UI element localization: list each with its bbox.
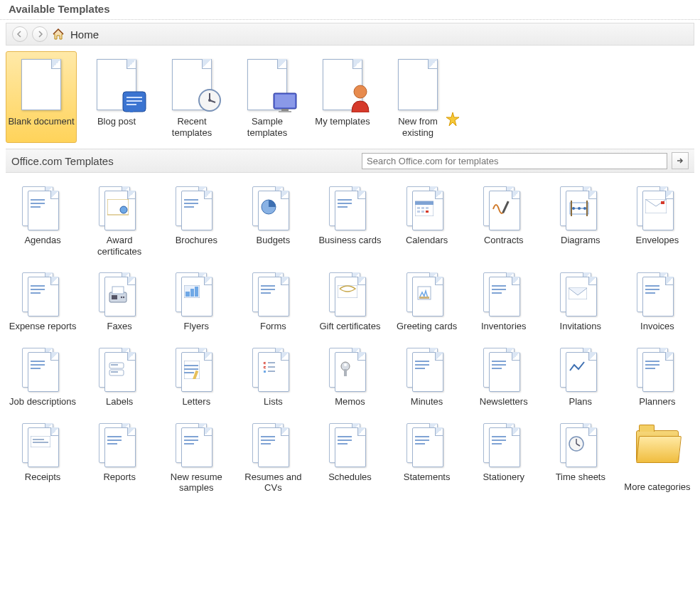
my-templates-overlay-icon — [348, 84, 372, 115]
svg-rect-39 — [571, 201, 572, 216]
category-labels[interactable]: Labels — [82, 340, 156, 412]
category-invitations[interactable]: Invitations — [544, 265, 618, 337]
category-invoices[interactable]: Invoices — [620, 265, 694, 337]
category-label: More categories — [623, 481, 692, 493]
categories-grid: AgendasAward certificatesBrochuresBudget… — [0, 173, 700, 504]
svg-rect-56 — [261, 289, 275, 290]
search-go-button[interactable] — [672, 152, 689, 169]
template-icon — [389, 56, 446, 113]
category-greeting-cards[interactable]: Greeting cards — [390, 265, 464, 337]
nav-back-button[interactable] — [12, 26, 28, 42]
svg-rect-78 — [184, 372, 194, 373]
category-contracts[interactable]: Contracts — [467, 179, 541, 262]
template-blog-post[interactable]: Blog post — [81, 51, 152, 143]
category-faxes[interactable]: Faxes — [82, 265, 156, 337]
document-stack-icon — [479, 345, 529, 395]
category-more-categories[interactable]: More categories — [620, 415, 694, 499]
category-label: Time sheets — [546, 472, 615, 483]
category-letters[interactable]: Letters — [159, 340, 233, 412]
category-newsletters[interactable]: Newsletters — [467, 340, 541, 412]
category-schedules[interactable]: Schedules — [313, 415, 387, 499]
svg-rect-95 — [645, 361, 659, 362]
category-agendas[interactable]: Agendas — [6, 179, 80, 262]
document-stack-icon — [632, 270, 682, 319]
category-gift-certificates[interactable]: Gift certificates — [313, 265, 387, 337]
category-lists[interactable]: Lists — [236, 340, 310, 412]
category-budgets[interactable]: Budgets — [236, 179, 310, 262]
breadcrumb-home[interactable]: Home — [70, 28, 99, 41]
category-business-cards[interactable]: Business cards — [313, 179, 387, 262]
category-memos[interactable]: Memos — [313, 340, 387, 412]
category-label: Greeting cards — [392, 321, 462, 332]
nav-forward-button[interactable] — [32, 26, 48, 42]
gift-certificates-deco-icon — [338, 285, 357, 300]
svg-rect-53 — [190, 289, 194, 297]
category-label: Forms — [238, 321, 308, 332]
svg-rect-97 — [645, 368, 655, 369]
search-input[interactable] — [362, 153, 667, 169]
category-receipts[interactable]: Receipts — [6, 415, 80, 499]
category-new-resume-samples[interactable]: New resume samples — [159, 415, 233, 499]
document-stack-icon — [325, 345, 375, 395]
svg-rect-27 — [417, 207, 420, 209]
category-minutes[interactable]: Minutes — [390, 340, 464, 412]
category-brochures[interactable]: Brochures — [159, 179, 233, 262]
category-expense-reports[interactable]: Expense reports — [6, 265, 80, 337]
category-plans[interactable]: Plans — [544, 340, 618, 412]
category-time-sheets[interactable]: Time sheets — [544, 415, 618, 499]
category-label: Schedules — [315, 472, 384, 483]
category-inventories[interactable]: Inventories — [467, 265, 541, 337]
category-job-descriptions[interactable]: Job descriptions — [6, 340, 80, 412]
document-stack-icon — [18, 270, 68, 319]
category-calendars[interactable]: Calendars — [390, 179, 464, 262]
category-forms[interactable]: Forms — [236, 265, 310, 337]
category-diagrams[interactable]: Diagrams — [544, 179, 618, 262]
template-sample[interactable]: Sample templates — [232, 51, 303, 143]
category-label: Invitations — [546, 321, 615, 332]
category-award-certificates[interactable]: Award certificates — [82, 179, 156, 262]
home-icon[interactable] — [52, 28, 65, 41]
document-stack-icon — [248, 420, 298, 470]
svg-rect-52 — [185, 292, 190, 297]
svg-point-88 — [344, 363, 347, 366]
document-stack-icon — [95, 420, 144, 470]
svg-rect-55 — [261, 285, 275, 287]
top-templates-row: Blank documentBlog postRecent templatesS… — [0, 51, 700, 149]
category-label: Stationery — [469, 472, 539, 483]
statements-deco-icon — [415, 436, 431, 449]
category-planners[interactable]: Planners — [620, 340, 694, 412]
svg-rect-118 — [492, 443, 502, 444]
brochures-deco-icon — [184, 199, 200, 213]
category-reports[interactable]: Reports — [82, 415, 156, 499]
template-icon — [239, 56, 296, 113]
svg-rect-77 — [184, 368, 198, 370]
category-label: Brochures — [161, 235, 231, 246]
template-my-templates[interactable]: My templates — [307, 51, 378, 143]
category-envelopes[interactable]: Envelopes — [620, 179, 694, 262]
svg-rect-29 — [426, 207, 429, 209]
category-label: Lists — [238, 396, 308, 408]
category-stationery[interactable]: Stationery — [467, 415, 541, 499]
document-stack-icon — [248, 270, 298, 319]
category-resumes-cvs[interactable]: Resumes and CVs — [236, 415, 310, 499]
document-stack-icon — [248, 183, 298, 233]
flyers-deco-icon — [184, 285, 200, 300]
folder-icon — [636, 430, 679, 462]
template-new-from-existing[interactable]: New from existing — [382, 51, 453, 143]
resumes-cvs-deco-icon — [261, 436, 276, 449]
category-label: Job descriptions — [8, 396, 77, 408]
svg-rect-111 — [338, 440, 352, 441]
template-recent[interactable]: Recent templates — [156, 51, 227, 143]
svg-rect-32 — [426, 211, 429, 213]
svg-rect-9 — [275, 95, 295, 107]
category-label: Expense reports — [8, 321, 77, 332]
svg-rect-40 — [586, 201, 588, 216]
award-certificates-deco-icon — [107, 199, 129, 218]
svg-rect-100 — [33, 442, 48, 443]
category-statements[interactable]: Statements — [390, 415, 464, 499]
svg-rect-107 — [261, 436, 275, 437]
svg-rect-54 — [195, 287, 198, 297]
template-blank-document[interactable]: Blank document — [6, 51, 77, 143]
category-flyers[interactable]: Flyers — [159, 265, 233, 337]
svg-rect-117 — [492, 440, 506, 441]
